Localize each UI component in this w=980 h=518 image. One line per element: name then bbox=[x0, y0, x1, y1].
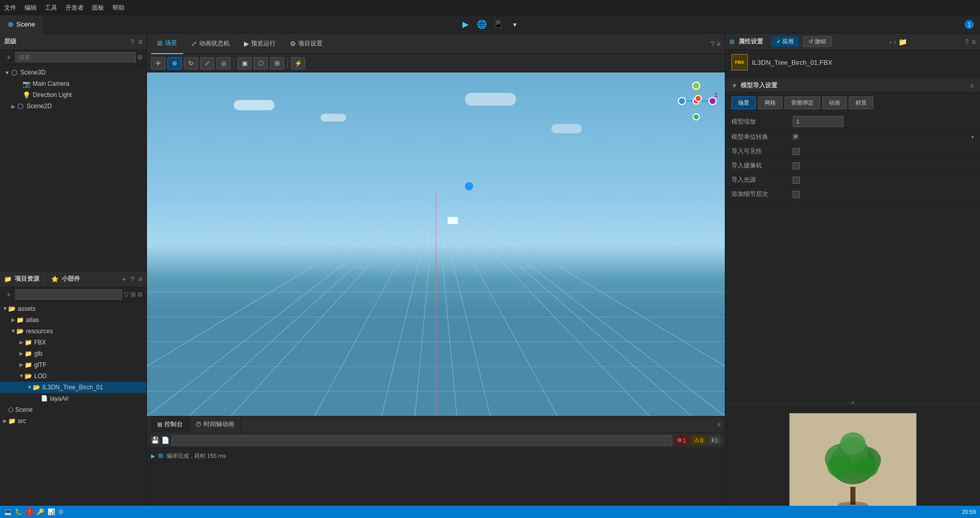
assets-item-resources[interactable]: ▼ 📂 resources bbox=[0, 326, 146, 337]
tab-scene[interactable]: Scene bbox=[0, 15, 44, 34]
svg-line-8 bbox=[189, 193, 436, 416]
assets-item-lod[interactable]: ▼ 📂 LOD bbox=[0, 371, 146, 382]
section-header[interactable]: ▼ 模型导入设置 ≡ bbox=[725, 79, 980, 92]
assets-search-input[interactable] bbox=[15, 289, 122, 300]
tool-sphere-btn[interactable]: ⬡ bbox=[254, 57, 268, 69]
assets-item-gltf[interactable]: ▶ 📁 glTF bbox=[0, 359, 146, 371]
timeline-tab-icon: ⏱ bbox=[195, 421, 202, 428]
viewport-3d[interactable]: Y Z bbox=[147, 72, 725, 416]
tool-monitor-btn[interactable]: ⚡ bbox=[291, 57, 305, 69]
tree-item-scene3d[interactable]: ▼ ⬡ Scene3D bbox=[0, 67, 146, 78]
assets-item-assets[interactable]: ▼ 📂 assets bbox=[0, 303, 146, 314]
right-help-icon[interactable]: ? bbox=[965, 38, 969, 46]
info-icon: ℹ bbox=[712, 437, 714, 443]
console-search-input[interactable] bbox=[172, 435, 672, 446]
assets-item-atlas[interactable]: ▶ 📁 atlas bbox=[0, 314, 146, 326]
nav-next-icon[interactable]: › bbox=[894, 38, 896, 46]
nav-folder-icon[interactable]: 📁 bbox=[898, 38, 907, 46]
import-tab-animation[interactable]: 动画 bbox=[822, 96, 847, 109]
assets-filter-icon[interactable]: ▽ bbox=[124, 291, 129, 298]
nav-prev-icon[interactable]: ‹ bbox=[889, 38, 892, 46]
scene-tab-settings[interactable]: ⚙ 项目设置 bbox=[284, 34, 329, 54]
tool-box-btn[interactable]: ▣ bbox=[237, 57, 252, 69]
hierarchy-help-icon[interactable]: ? bbox=[130, 38, 134, 46]
section-menu-icon[interactable]: ≡ bbox=[970, 82, 974, 89]
dropdown-button[interactable]: ▾ bbox=[508, 18, 521, 31]
menu-dev[interactable]: 开发者 bbox=[65, 4, 84, 12]
tree-arrow-camera bbox=[16, 81, 22, 87]
svg-point-29 bbox=[853, 457, 878, 478]
apply-button[interactable]: ✓ 应用 bbox=[771, 36, 799, 47]
menu-tools[interactable]: 工具 bbox=[45, 4, 57, 12]
bottom-menu-icon[interactable]: ≡ bbox=[717, 421, 721, 428]
right-menu-icon[interactable]: ≡ bbox=[972, 38, 976, 46]
hierarchy-copy-icon[interactable]: ⧉ bbox=[138, 54, 142, 61]
svg-line-0 bbox=[147, 193, 436, 416]
assets-item-glb[interactable]: ▶ 📁 glb bbox=[0, 348, 146, 359]
assets-help-icon[interactable]: ? bbox=[130, 275, 134, 283]
checkbox-lod[interactable] bbox=[793, 191, 800, 198]
scene-help-icon[interactable]: ? bbox=[710, 40, 715, 48]
hierarchy-search-input[interactable] bbox=[15, 52, 136, 62]
checkbox-camera[interactable] bbox=[793, 162, 800, 169]
scene-tab-anim[interactable]: ⤢ 动画状态机 bbox=[185, 34, 236, 54]
play-button[interactable]: ▶ bbox=[459, 18, 472, 31]
tool-transform-btn[interactable]: ⊞ bbox=[270, 57, 284, 69]
assets-item-il3dn[interactable]: ▼ 📂 IL3DN_Tree_Birch_01 bbox=[0, 382, 146, 393]
assets-copy-icon[interactable]: ⧉ bbox=[138, 291, 142, 298]
assets-label-lod: LOD bbox=[34, 373, 47, 380]
tree-preview-svg bbox=[802, 415, 904, 507]
tool-scale-btn[interactable]: ⤢ bbox=[200, 57, 214, 69]
assets-item-scene[interactable]: ⬡ Scene bbox=[0, 404, 146, 415]
prop-value-camera bbox=[793, 162, 974, 169]
tab-bar: Scene ▶ 🌐 📱 ▾ 1 bbox=[0, 15, 980, 34]
assets-item-layaair[interactable]: 📄 layaAir bbox=[0, 393, 146, 404]
hierarchy-menu-icon[interactable]: ≡ bbox=[138, 38, 142, 46]
checkbox-light[interactable] bbox=[793, 177, 800, 184]
menu-file[interactable]: 文件 bbox=[4, 4, 16, 12]
prop-input-model-scale[interactable] bbox=[793, 116, 844, 127]
assets-item-src[interactable]: ▶ 📁 src bbox=[0, 415, 146, 427]
prop-label-visibility: 导入可见性 bbox=[731, 147, 793, 156]
svg-line-7 bbox=[436, 193, 649, 416]
scene-tab-scene[interactable]: ⊞ 场景 bbox=[151, 34, 183, 54]
vp-separator-2 bbox=[287, 58, 288, 68]
scene-menu-icon[interactable]: ≡ bbox=[717, 40, 721, 48]
import-tab-material[interactable]: 材质 bbox=[849, 96, 873, 109]
bottom-tab-timeline[interactable]: ⏱ 时间轴动画 bbox=[189, 416, 241, 433]
tool-move-btn[interactable]: ✛ bbox=[151, 57, 165, 69]
tree-item-scene2d[interactable]: ▶ ⬡ Scene2D bbox=[0, 101, 146, 112]
menu-panel[interactable]: 面板 bbox=[92, 4, 104, 12]
hierarchy-add-btn[interactable]: + bbox=[4, 53, 13, 62]
menu-help[interactable]: 帮助 bbox=[112, 4, 125, 12]
menu-edit[interactable]: 编辑 bbox=[24, 4, 37, 12]
tree-item-main-camera[interactable]: 📷 Main Camera bbox=[0, 78, 146, 89]
mobile-button[interactable]: 📱 bbox=[492, 18, 504, 31]
tool-rotate-btn[interactable]: ↻ bbox=[184, 57, 198, 69]
prop-add-lod: 添加细节层次 bbox=[725, 187, 980, 202]
assets-menu-icon[interactable]: ≡ bbox=[138, 275, 142, 283]
tool-move2-btn[interactable]: ⊕ bbox=[167, 57, 182, 69]
bottom-tab-console[interactable]: ⊞ 控制台 bbox=[151, 416, 189, 433]
tool-focus-btn[interactable]: ◎ bbox=[216, 57, 231, 69]
status-icon-3: ! bbox=[26, 508, 34, 516]
assets-add-icon[interactable]: + bbox=[4, 290, 13, 299]
cancel-button[interactable]: ↺ 撤销 bbox=[803, 36, 831, 47]
console-copy-icon[interactable]: 📄 bbox=[161, 436, 169, 444]
prop-dropdown-unit[interactable]: ▾ bbox=[971, 134, 974, 140]
console-save-icon[interactable]: 💾 bbox=[151, 436, 159, 444]
scene-tab-preview[interactable]: ▶ 预览运行 bbox=[238, 34, 282, 54]
globe-button[interactable]: 🌐 bbox=[476, 18, 488, 31]
tree-item-direction-light[interactable]: 💡 Direction Light bbox=[0, 89, 146, 101]
hierarchy-search-bar: + ⧉ bbox=[0, 50, 146, 65]
console-tab-label: 控制台 bbox=[164, 420, 183, 429]
assets-add-btn[interactable]: + bbox=[122, 275, 126, 283]
assets-grid-icon[interactable]: ⊞ bbox=[131, 291, 136, 298]
import-tab-scene[interactable]: 场景 bbox=[731, 96, 756, 109]
tab-scene-dot bbox=[8, 22, 13, 27]
import-tab-mesh[interactable]: 网格 bbox=[758, 96, 782, 109]
checkbox-visibility[interactable] bbox=[793, 148, 800, 155]
import-tab-skeleton[interactable]: 骨骼绑定 bbox=[785, 96, 820, 109]
assets-item-fbx[interactable]: ▶ 📁 FBX bbox=[0, 337, 146, 348]
panel-divider bbox=[725, 206, 980, 402]
